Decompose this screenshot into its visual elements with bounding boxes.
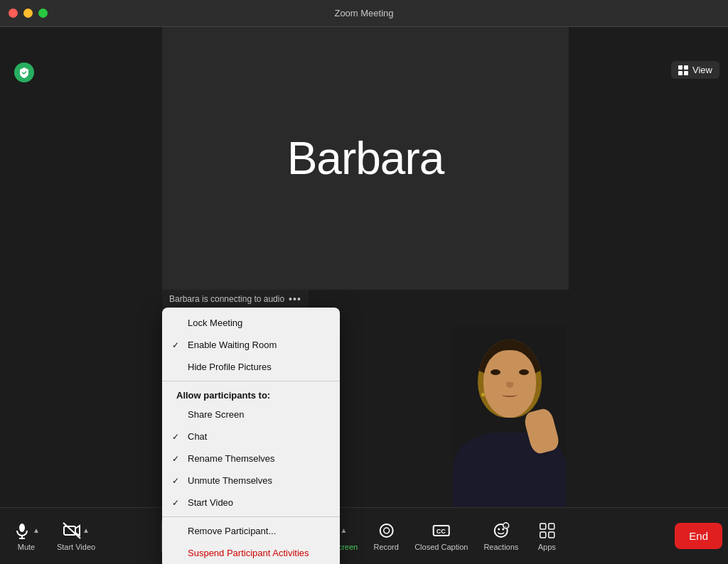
waiting-room-check: ✓	[172, 340, 179, 350]
apps-button[interactable]: Apps	[527, 517, 567, 555]
unmute-check: ✓	[172, 476, 179, 486]
menu-chat[interactable]: ✓ Chat	[162, 425, 340, 448]
cc-label: Closed Caption	[414, 543, 468, 551]
reactions-button[interactable]: + Reactions	[476, 517, 525, 555]
suspend-activities-label: Suspend Participant Activities	[188, 548, 309, 558]
fullscreen-button[interactable]	[38, 9, 48, 18]
record-button[interactable]: Record	[366, 517, 406, 555]
menu-suspend-activities[interactable]: Suspend Participant Activities	[162, 542, 340, 564]
toolbar-left: ▲ Mute ▲ Start Video	[6, 517, 102, 555]
chat-label: Chat	[188, 431, 207, 442]
apps-label: Apps	[538, 543, 556, 551]
main-area: View Barbara Barbara is connecting to au…	[0, 27, 728, 507]
apps-icon	[537, 521, 556, 540]
minimize-button[interactable]	[23, 9, 33, 18]
menu-unmute-themselves[interactable]: ✓ Unmute Themselves	[162, 470, 340, 492]
menu-hide-profile-pictures[interactable]: Hide Profile Pictures	[162, 356, 340, 378]
traffic-lights	[9, 9, 48, 18]
participant-name: Barbara	[287, 132, 444, 185]
remove-participant-label: Remove Participant...	[188, 526, 276, 536]
rename-check: ✓	[172, 454, 179, 464]
unmute-label: Unmute Themselves	[188, 475, 272, 486]
svg-line-9	[63, 523, 80, 538]
record-icon	[377, 521, 395, 540]
start-video-label: Start Video	[57, 543, 95, 551]
menu-lock-meeting[interactable]: Lock Meeting	[162, 312, 340, 334]
svg-rect-29	[540, 532, 545, 538]
svg-rect-30	[548, 532, 554, 538]
menu-rename-themselves[interactable]: ✓ Rename Themselves	[162, 448, 340, 470]
share-chevron[interactable]: ▲	[341, 526, 348, 534]
view-label: View	[692, 65, 712, 75]
security-menu: Lock Meeting ✓ Enable Waiting Room Hide …	[162, 308, 340, 564]
lock-meeting-label: Lock Meeting	[188, 318, 242, 328]
svg-rect-7	[64, 526, 75, 535]
end-button[interactable]: End	[675, 523, 722, 549]
video-chevron[interactable]: ▲	[82, 526, 90, 534]
svg-point-23	[498, 528, 500, 530]
svg-rect-3	[684, 71, 688, 75]
svg-rect-2	[678, 71, 682, 75]
video-icon	[63, 521, 81, 540]
menu-enable-waiting-room[interactable]: ✓ Enable Waiting Room	[162, 334, 340, 356]
reactions-label: Reactions	[483, 543, 518, 551]
rename-label: Rename Themselves	[188, 453, 275, 464]
view-button[interactable]: View	[671, 61, 719, 79]
self-view-tile	[453, 325, 567, 521]
start-video-check: ✓	[172, 498, 179, 508]
participant-status-bar: Barbara is connecting to audio •••	[162, 290, 309, 308]
grid-icon	[678, 65, 688, 75]
svg-rect-1	[684, 65, 688, 70]
closed-caption-button[interactable]: CC Closed Caption	[407, 517, 475, 555]
mute-label: Mute	[18, 543, 35, 551]
svg-point-4	[19, 524, 25, 532]
svg-point-19	[383, 528, 389, 533]
menu-start-video[interactable]: ✓ Start Video	[162, 492, 340, 514]
toolbar: ▲ Mute ▲ Start Video S	[0, 507, 728, 564]
mute-chevron[interactable]: ▲	[33, 526, 40, 534]
reactions-icon: +	[492, 521, 510, 540]
mute-icon	[13, 521, 31, 540]
title-bar: Zoom Meeting	[0, 0, 728, 27]
menu-share-screen[interactable]: Share Screen	[162, 403, 340, 425]
share-screen-label: Share Screen	[188, 409, 245, 420]
mute-button[interactable]: ▲ Mute	[6, 517, 47, 555]
toolbar-right: End	[675, 523, 722, 549]
shield-badge	[14, 63, 34, 82]
cc-icon: CC	[432, 521, 451, 540]
close-button[interactable]	[9, 9, 18, 18]
hide-pictures-label: Hide Profile Pictures	[188, 362, 272, 372]
status-dots: •••	[289, 293, 301, 305]
svg-rect-27	[540, 524, 545, 529]
waiting-room-label: Enable Waiting Room	[188, 340, 277, 350]
start-video-button[interactable]: ▲ Start Video	[50, 517, 102, 555]
svg-point-18	[380, 524, 392, 537]
svg-rect-0	[678, 65, 682, 70]
start-video-label: Start Video	[188, 497, 233, 508]
menu-divider-2	[162, 516, 340, 517]
allow-participants-header: Allow participants to:	[162, 384, 340, 403]
menu-divider-1	[162, 381, 340, 381]
svg-text:+: +	[504, 524, 507, 528]
window-title: Zoom Meeting	[334, 8, 393, 18]
menu-remove-participant[interactable]: Remove Participant...	[162, 520, 340, 542]
status-text: Barbara is connecting to audio	[169, 294, 284, 304]
svg-rect-28	[548, 524, 554, 529]
shield-icon	[18, 67, 30, 78]
svg-text:CC: CC	[437, 528, 446, 535]
main-video-tile: Barbara	[162, 27, 569, 290]
record-label: Record	[373, 543, 398, 551]
chat-check: ✓	[172, 432, 179, 442]
